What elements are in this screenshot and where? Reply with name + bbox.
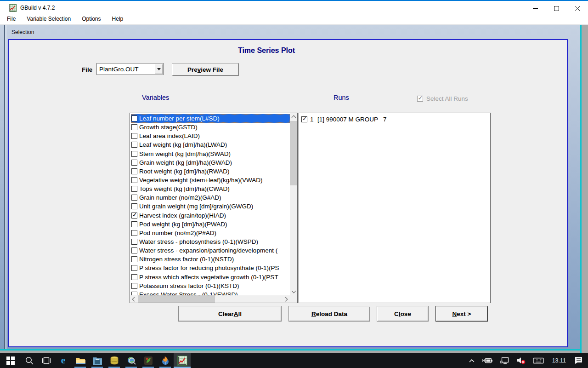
- file-explorer-button[interactable]: [72, 353, 89, 368]
- variable-checkbox[interactable]: [131, 213, 137, 218]
- variable-checkbox[interactable]: [131, 221, 137, 227]
- reload-data-button[interactable]: Reload Data: [288, 306, 370, 322]
- variable-row[interactable]: Harvest index (grain/top)(HIAD): [131, 211, 290, 220]
- runs-listbox[interactable]: 1[1] 990007 M GROUP 7: [299, 113, 491, 303]
- clear-all-button[interactable]: Clear All: [178, 306, 282, 322]
- variable-row[interactable]: Leaf weight (kg [dm]/ha)(LWAD): [131, 140, 290, 149]
- mdi-frame-highlight: [6, 25, 6, 353]
- variable-checkbox[interactable]: [131, 195, 137, 201]
- database-tool-button[interactable]: [106, 353, 123, 368]
- scroll-left-button[interactable]: [130, 295, 137, 303]
- file-label: File: [82, 66, 92, 73]
- variable-label: Leaf weight (kg [dm]/ha)(LWAD): [137, 141, 227, 148]
- variable-checkbox[interactable]: [131, 247, 137, 253]
- maximize-icon: [554, 6, 559, 11]
- variable-row[interactable]: Vegetative weight (stem+leaf)(kg/ha)(VWA…: [131, 176, 290, 184]
- variable-label: Vegetative weight (stem+leaf)(kg/ha)(VWA…: [137, 177, 262, 184]
- variable-row[interactable]: Stem weight (kg [dm]/ha)(SWAD): [131, 150, 290, 158]
- network-tray-button[interactable]: [498, 353, 511, 368]
- variable-checkbox[interactable]: [131, 124, 137, 130]
- variable-checkbox[interactable]: [131, 283, 137, 289]
- variables-horizontal-scrollbar[interactable]: [130, 295, 290, 303]
- variable-row[interactable]: Unit grain weight (mg [dm]/grain)(GWGD): [131, 202, 290, 211]
- start-button[interactable]: [0, 353, 21, 368]
- volume-tray-button[interactable]: [514, 353, 528, 368]
- vertical-scroll-thumb[interactable]: [290, 121, 297, 185]
- run-number: 1: [310, 116, 317, 123]
- variables-heading: Variables: [142, 94, 169, 101]
- chevron-up-icon: [291, 115, 296, 120]
- variable-checkbox[interactable]: [131, 239, 137, 245]
- variable-row[interactable]: Leaf area index(LAID): [131, 132, 290, 140]
- keyboard-tray-button[interactable]: [531, 353, 546, 368]
- variable-checkbox[interactable]: [131, 142, 137, 148]
- variable-row[interactable]: Water stress - photosynthesis (0-1)(WSPD…: [131, 237, 290, 246]
- close-button[interactable]: [567, 2, 588, 15]
- mdi-frame-line: [4, 25, 5, 353]
- menu-file[interactable]: File: [0, 14, 21, 24]
- variables-vertical-scrollbar[interactable]: [290, 113, 297, 295]
- internet-explorer-button[interactable]: e: [55, 353, 72, 368]
- variable-row[interactable]: Pod weight (kg [dm]/ha)(PWAD): [131, 220, 290, 229]
- menu-options[interactable]: Options: [76, 14, 106, 24]
- run-checkbox[interactable]: [301, 116, 307, 122]
- variable-row[interactable]: Excess Water Stress - (0-1)(EWSD): [131, 290, 290, 295]
- variable-checkbox[interactable]: [131, 186, 137, 192]
- variable-checkbox[interactable]: [131, 133, 137, 139]
- variable-row[interactable]: Pod number (no/m2)(P#AD): [131, 229, 290, 237]
- menu-help[interactable]: Help: [107, 14, 129, 24]
- variable-checkbox[interactable]: [131, 230, 137, 236]
- menu-variable-selection[interactable]: Variable Selection: [21, 14, 76, 24]
- variable-label: Grain weight (kg [dm]/ha)(GWAD): [137, 159, 232, 166]
- clock[interactable]: 13.11: [548, 353, 570, 368]
- variable-checkbox[interactable]: [131, 177, 137, 183]
- scroll-up-button[interactable]: [290, 113, 297, 121]
- globe-fire-button[interactable]: [157, 353, 174, 368]
- variable-checkbox[interactable]: [131, 292, 137, 295]
- variable-row[interactable]: Root weight (kg [dm]/ha)(RWAD): [131, 167, 290, 176]
- variable-checkbox[interactable]: [131, 274, 137, 280]
- dropdown-arrow-button[interactable]: [155, 64, 163, 74]
- tools-folder-button[interactable]: [89, 353, 106, 368]
- title-bar: GBuild v 4.7.2: [0, 0, 588, 14]
- action-center-button[interactable]: [572, 353, 585, 368]
- select-all-runs-label: Select All Runs: [426, 95, 468, 102]
- file-dropdown[interactable]: PlantGro.OUT: [96, 63, 164, 75]
- taskbar-search-button[interactable]: [21, 353, 38, 368]
- leaf-tool-button[interactable]: [140, 353, 157, 368]
- variable-row[interactable]: Leaf number per stem(L#SD): [131, 114, 290, 123]
- variable-checkbox[interactable]: [131, 256, 137, 262]
- variable-checkbox[interactable]: [131, 168, 137, 174]
- battery-tray-button[interactable]: [480, 353, 495, 368]
- variable-row[interactable]: Nitrogen stress factor (0-1)(NSTD): [131, 255, 290, 264]
- variable-row[interactable]: Potassium stress factor (0-1)(KSTD): [131, 282, 290, 290]
- volume-muted-icon: [516, 356, 526, 364]
- preview-file-button[interactable]: Preview File: [172, 63, 239, 76]
- task-view-button[interactable]: [38, 353, 55, 368]
- variable-row[interactable]: P stress factor for reducing photosyntha…: [131, 264, 290, 272]
- hidden-icons-button[interactable]: [466, 353, 477, 368]
- gbuild-taskbar-button[interactable]: [174, 353, 191, 368]
- scroll-down-button[interactable]: [290, 288, 297, 295]
- variable-row[interactable]: Grain number (no/m2)(G#AD): [131, 193, 290, 202]
- next-button[interactable]: Next >: [435, 306, 488, 322]
- variable-checkbox[interactable]: [131, 265, 137, 271]
- variable-row[interactable]: Growth stage(GSTD): [131, 123, 290, 132]
- variable-checkbox[interactable]: [131, 115, 137, 121]
- variable-row[interactable]: Water stress - expansion/partioning/deve…: [131, 246, 290, 255]
- run-row[interactable]: 1[1] 990007 M GROUP 7: [301, 115, 490, 124]
- window-title: GBuild v 4.7.2: [20, 5, 55, 11]
- variable-checkbox[interactable]: [131, 203, 137, 209]
- close-form-button[interactable]: Close: [377, 306, 429, 322]
- map-search-button[interactable]: [123, 353, 140, 368]
- horizontal-scroll-thumb[interactable]: [138, 295, 215, 303]
- variable-checkbox[interactable]: [131, 160, 137, 166]
- maximize-button[interactable]: [546, 2, 567, 15]
- variables-listbox[interactable]: Leaf number per stem(L#SD)Growth stage(G…: [130, 113, 298, 303]
- variable-row[interactable]: Tops weight (kg [dm]/ha)(CWAD): [131, 184, 290, 193]
- scroll-right-button[interactable]: [283, 295, 290, 303]
- variable-checkbox[interactable]: [131, 151, 137, 157]
- minimize-button[interactable]: [525, 2, 546, 15]
- variable-row[interactable]: Grain weight (kg [dm]/ha)(GWAD): [131, 158, 290, 167]
- variable-row[interactable]: P stress which affects vegetative growth…: [131, 273, 290, 282]
